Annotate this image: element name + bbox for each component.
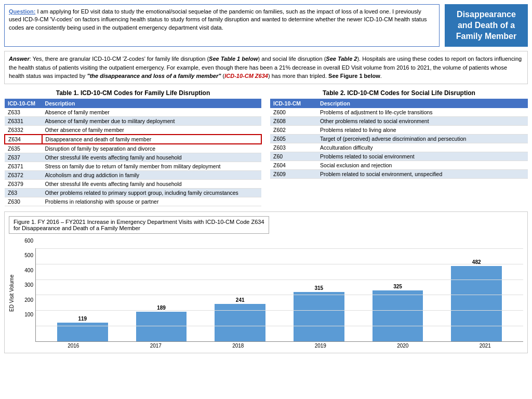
table-row: Z6372Alcoholism and drug addiction in fa… [5, 170, 261, 179]
answer-label: Answer [9, 56, 30, 62]
y-tick-500: 500 [24, 252, 33, 258]
table1-code-cell: Z6379 [5, 179, 42, 188]
table1-code-cell: Z637 [5, 153, 42, 162]
table2: ICD-10-CM Description Z600Problems of ad… [270, 99, 528, 179]
table1-container: Table 1. ICD-10-CM Codes for Family Life… [4, 89, 262, 206]
table-row: Z609Problem related to social environmen… [270, 169, 528, 178]
table-row: Z604Social exclusion and rejection [270, 161, 528, 169]
table2-code-cell: Z60 [270, 152, 317, 161]
table2-title: Table 2. ICD-10-CM Codes for Social Life… [270, 89, 528, 97]
x-axis-label: 2019 [283, 343, 359, 349]
table1-code-cell: Z6331 [5, 116, 42, 125]
table1-desc-cell: Absence of family member due to military… [42, 116, 261, 125]
chart-title-line1: Figure 1. FY 2016 – FY2021 Increase in E… [14, 219, 264, 225]
table1-desc-cell: Other stressful life events affecting fa… [42, 179, 261, 188]
x-axis-labels: 201620172018201920202021 [17, 343, 523, 349]
table-row: Z605Target of (perceived) adverse discri… [270, 134, 528, 143]
table-row: Z603Acculturation difficulty [270, 143, 528, 152]
x-axis-label: 2017 [118, 343, 194, 349]
table-row: Z63Other problems related to primary sup… [5, 188, 261, 197]
table1-desc-cell: Problems in relationship with spouse or … [42, 197, 261, 206]
table1-title: Table 1. ICD-10-CM Codes for Family Life… [4, 89, 262, 97]
table2-code-cell: Z608 [270, 116, 317, 125]
table2-code-cell: Z609 [270, 169, 317, 178]
table2-container: Table 2. ICD-10-CM Codes for Social Life… [270, 89, 528, 206]
table2-desc-cell: Problems of adjustment to life-cycle tra… [317, 108, 528, 117]
table1-code-cell: Z63 [5, 188, 42, 197]
question-box: Question: I am applying for ED visit dat… [4, 4, 440, 47]
chart-bars-area: 119189241315325482 [35, 248, 523, 342]
highlight-box: Disappearance and Death of a Family Memb… [445, 4, 528, 47]
table1-desc-cell: Other stressful life events affecting fa… [42, 153, 261, 162]
y-tick-200: 200 [24, 297, 33, 303]
table1-code-cell: Z633 [5, 108, 42, 117]
table1: ICD-10-CM Description Z633Absence of fam… [4, 99, 262, 206]
table2-code-cell: Z603 [270, 143, 317, 152]
table-row: Z630Problems in relationship with spouse… [5, 197, 261, 206]
table1-code-cell: Z6332 [5, 125, 42, 135]
table2-code-cell: Z602 [270, 125, 317, 134]
table1-header-desc: Description [42, 99, 261, 108]
table2-desc-cell: Other problems related to social environ… [317, 116, 528, 125]
table2-desc-cell: Acculturation difficulty [317, 143, 528, 152]
header-section: Question: I am applying for ED visit dat… [4, 4, 528, 47]
table2-desc-cell: Problem related to social environment, u… [317, 169, 528, 178]
question-text: I am applying for ED visit data to study… [9, 8, 427, 31]
table-row: Z6331Absence of family member due to mil… [5, 116, 261, 125]
x-axis-label: 2018 [200, 343, 276, 349]
table1-code-cell: Z6371 [5, 162, 42, 170]
chart-title-line2: for Disappearance and Death of a Family … [14, 225, 140, 231]
table1-code-cell: Z635 [5, 144, 42, 153]
table1-desc-cell: Other problems related to primary suppor… [42, 188, 261, 197]
table-row: Z6332Other absence of family member [5, 125, 261, 135]
table2-header-code: ICD-10-CM [270, 99, 317, 108]
table1-desc-cell: Stress on family due to return of family… [42, 162, 261, 170]
y-tick-0 [32, 327, 33, 332]
table2-code-cell: Z605 [270, 134, 317, 143]
x-axis-label: 2020 [365, 343, 441, 349]
table2-header-desc: Description [317, 99, 528, 108]
table-row: Z602Problems related to living alone [270, 125, 528, 134]
y-tick-300: 300 [24, 282, 33, 288]
y-tick-400: 400 [24, 268, 33, 273]
table2-desc-cell: Target of (perceived) adverse discrimina… [317, 134, 528, 143]
table2-desc-cell: Problems related to social environment [317, 152, 528, 161]
table-row: Z600Problems of adjustment to life-cycle… [270, 108, 528, 117]
table2-code-cell: Z600 [270, 108, 317, 117]
y-tick-600: 600 [24, 238, 33, 244]
x-axis-label: 2021 [447, 343, 524, 349]
table-row: Z633Absence of family member [5, 108, 261, 117]
table1-header-code: ICD-10-CM [5, 99, 42, 108]
table-row: Z6379Other stressful life events affecti… [5, 179, 261, 188]
chart-title: Figure 1. FY 2016 – FY2021 Increase in E… [9, 216, 269, 234]
table-row: Z635Disruption of family by separation a… [5, 144, 261, 153]
chart-grid [36, 248, 523, 341]
tables-section: Table 1. ICD-10-CM Codes for Family Life… [4, 89, 528, 206]
table2-code-cell: Z604 [270, 161, 317, 169]
table1-desc-cell: Disruption of family by separation and d… [42, 144, 261, 153]
table1-code-cell: Z630 [5, 197, 42, 206]
y-axis-title: ED Visit Volume [9, 238, 15, 349]
answer-body: : Yes, there are granular ICD-10-CM 'Z-c… [9, 56, 522, 79]
x-axis-label: 2016 [35, 343, 112, 349]
table1-desc-cell: Absence of family member [42, 108, 261, 117]
table-row: Z637Other stressful life events affectin… [5, 153, 261, 162]
table2-desc-cell: Problems related to living alone [317, 125, 528, 134]
table1-code-cell: Z6372 [5, 170, 42, 179]
table1-code-cell: Z634 [5, 135, 42, 144]
y-tick-100: 100 [24, 312, 33, 317]
table1-desc-cell: Other absence of family member [42, 125, 261, 135]
table-row: Z6371Stress on family due to return of f… [5, 162, 261, 170]
table-row: Z608Other problems related to social env… [270, 116, 528, 125]
question-label: Question: [9, 8, 35, 15]
table-row: Z60Problems related to social environmen… [270, 152, 528, 161]
table-row: Z634Disappearance and death of family me… [5, 135, 261, 144]
table2-desc-cell: Social exclusion and rejection [317, 161, 528, 169]
answer-section: Answer: Yes, there are granular ICD-10-C… [4, 51, 528, 84]
table1-desc-cell: Alcoholism and drug addiction in family [42, 170, 261, 179]
chart-section: Figure 1. FY 2016 – FY2021 Increase in E… [4, 211, 528, 353]
table1-desc-cell: Disappearance and death of family member [42, 135, 261, 144]
y-axis-labels: 600 500 400 300 200 100 [17, 238, 35, 342]
